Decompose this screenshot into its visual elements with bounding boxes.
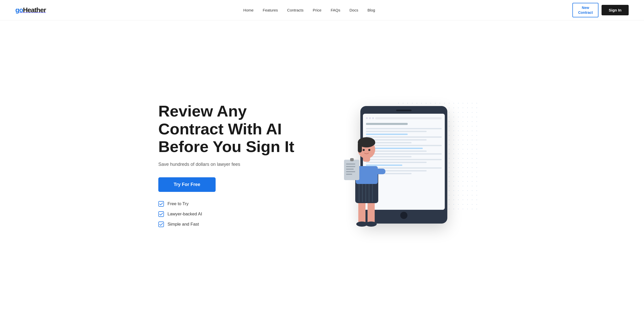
navbar: goHeather Home Features Contracts Price …	[0, 0, 644, 20]
logo[interactable]: goHeather	[15, 6, 46, 14]
svg-rect-3	[358, 201, 365, 224]
svg-rect-21	[346, 171, 355, 172]
logo-heather: Heather	[23, 6, 46, 14]
new-contract-button[interactable]: NewContract	[572, 3, 598, 17]
svg-rect-19	[346, 166, 355, 167]
sign-in-button[interactable]: Sign In	[602, 5, 629, 15]
hero-title: Review Any Contract With AI Before You S…	[158, 102, 296, 155]
hero-content: Review Any Contract With AI Before You S…	[158, 102, 296, 227]
svg-point-6	[365, 222, 377, 227]
screen-url-bar	[375, 117, 442, 119]
hero-illustration	[322, 98, 486, 231]
nav-price[interactable]: Price	[313, 8, 321, 12]
feature-label-lawyer: Lawyer-backed AI	[168, 212, 202, 217]
illustration-container	[335, 98, 473, 231]
try-for-free-button[interactable]: Try For Free	[158, 177, 216, 192]
feature-item-lawyer: Lawyer-backed AI	[158, 211, 296, 217]
tablet-home-button	[400, 212, 407, 219]
person-illustration	[342, 129, 391, 229]
svg-rect-16	[344, 160, 359, 180]
tablet-camera	[396, 110, 412, 111]
svg-rect-4	[368, 201, 375, 224]
hero-subtitle: Save hundreds of dollars on lawyer fees	[158, 162, 296, 167]
nav-features[interactable]: Features	[263, 8, 278, 12]
feature-label-simple: Simple and Fast	[168, 222, 199, 227]
svg-rect-27	[358, 140, 375, 145]
check-icon-free	[158, 201, 164, 207]
nav-contracts[interactable]: Contracts	[287, 8, 304, 12]
feature-label-free: Free to Try	[168, 201, 188, 206]
nav-home[interactable]: Home	[243, 8, 253, 12]
nav-faqs[interactable]: FAQs	[331, 8, 340, 12]
check-icon-simple	[158, 222, 164, 227]
feature-item-free: Free to Try	[158, 201, 296, 207]
doc-title-bar	[366, 123, 408, 125]
svg-rect-20	[346, 169, 354, 170]
nav-docs[interactable]: Docs	[349, 8, 358, 12]
svg-rect-22	[346, 174, 352, 175]
svg-point-28	[363, 149, 365, 151]
nav-blog[interactable]: Blog	[368, 8, 375, 12]
feature-item-simple: Simple and Fast	[158, 222, 296, 227]
screen-dot-1	[366, 117, 368, 119]
svg-point-29	[368, 149, 370, 151]
logo-go: go	[15, 6, 23, 14]
svg-rect-15	[376, 169, 385, 174]
hero-section: Review Any Contract With AI Before You S…	[143, 20, 501, 314]
check-icon-lawyer	[158, 211, 164, 217]
screen-topbar	[366, 117, 442, 119]
feature-list: Free to Try Lawyer-backed AI Simple and …	[158, 201, 296, 227]
screen-dot-2	[369, 117, 371, 119]
nav-actions: NewContract Sign In	[572, 3, 629, 17]
svg-rect-17	[350, 158, 354, 161]
svg-rect-18	[346, 164, 355, 165]
nav-links: Home Features Contracts Price FAQs Docs …	[243, 8, 375, 13]
screen-dot-3	[372, 117, 374, 119]
